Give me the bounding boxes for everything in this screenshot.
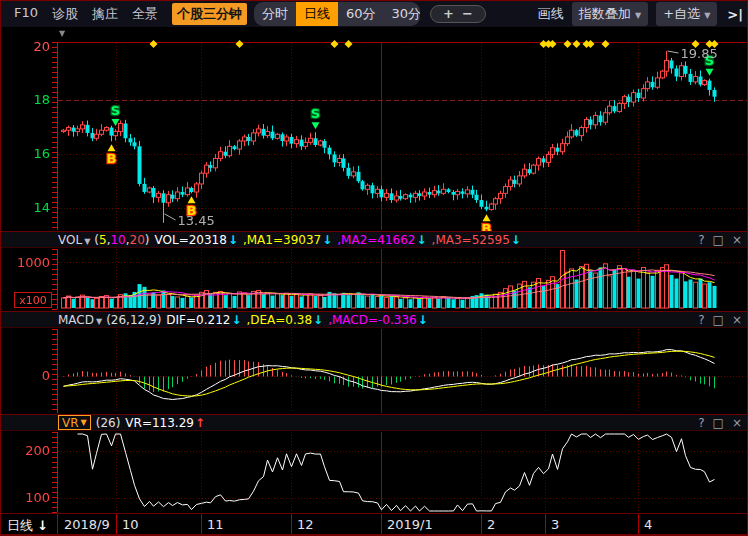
indicator-selector[interactable]: VOL▼ (58, 233, 94, 247)
arrow-down-icon: ↓ (231, 313, 241, 327)
close-icon[interactable]: × (732, 313, 742, 328)
help-icon[interactable]: ? (698, 313, 704, 328)
axis-date-label: 11 (207, 517, 224, 532)
period-tab[interactable]: 60分 (338, 2, 384, 26)
index-overlay-label: 指数叠加 (579, 6, 631, 21)
help-icon[interactable]: ? (698, 233, 704, 248)
add-watchlist-dropdown[interactable]: +自选 ▼ (656, 2, 717, 26)
toolbar-menu-item[interactable]: 诊股 (52, 5, 78, 23)
close-icon[interactable]: × (732, 233, 742, 248)
close-icon[interactable]: × (732, 416, 742, 431)
period-selector[interactable]: 日线 ↓ (7, 517, 48, 535)
indicator-value: ,MA3=52595 (432, 233, 510, 247)
indicator-value: DIF=0.212 (166, 313, 230, 327)
vr-pane-header: VR▼(26)VR=113.29↑?□× (1, 414, 748, 431)
param-part: 5 (99, 233, 107, 247)
indicator-value: ,MACD=-0.336 (328, 313, 417, 327)
arrow-down-icon: ↓ (418, 313, 428, 327)
indicator-dropdown-icon[interactable]: ▼ (59, 29, 65, 38)
stock-chart-canvas[interactable] (1, 1, 748, 536)
chevron-down-icon: ▼ (635, 11, 641, 20)
vol-pane-header: VOL▼(5,10,20)VOL=20318↓,MA1=39037↓,MA2=4… (1, 231, 748, 248)
period-label: 日线 (7, 518, 33, 533)
axis-date-label: 2019/1 (387, 517, 433, 532)
period-tabs: 分时日线60分30分周线 ▼ (254, 2, 420, 26)
indicator-params: (26) (96, 416, 121, 430)
chevron-down-icon: ▼ (96, 317, 102, 326)
indicator-value: ,MA2=41662 (337, 233, 415, 247)
arrow-down-icon: ↓ (313, 313, 323, 327)
maximize-icon[interactable]: □ (713, 233, 724, 248)
help-icon[interactable]: ? (698, 416, 704, 431)
param-part: 20 (130, 233, 145, 247)
chevron-down-icon: ▼ (81, 418, 87, 427)
axis-date-label: 2018/9 (64, 517, 110, 532)
arrow-down-icon: ↓ (322, 233, 332, 247)
zoom-in-button[interactable]: + (443, 7, 454, 21)
indicator-value: ,DEA=0.38 (246, 313, 312, 327)
top-toolbar: F10诊股擒庄全景 个股三分钟 分时日线60分30分周线 ▼ + − 画线 指数… (1, 1, 748, 27)
axis-separator (201, 514, 202, 534)
indicator-value: VOL=20318 (155, 233, 227, 247)
axis-date-label: 4 (644, 517, 652, 532)
indicator-value: VR=113.29 (125, 416, 194, 430)
period-tab[interactable]: 分时 (254, 2, 296, 26)
axis-date-label: 3 (551, 517, 559, 532)
add-watchlist-label: +自选 (663, 6, 700, 21)
axis-separator (116, 514, 117, 534)
indicator-params: (5,10,20) (94, 233, 149, 247)
toolbar-menu: F10诊股擒庄全景 (7, 5, 165, 23)
indicator-selector[interactable]: MACD▼ (58, 313, 106, 327)
toolbar-menu-item[interactable]: F10 (14, 5, 38, 23)
arrow-down-icon: ↓ (37, 518, 48, 533)
index-overlay-dropdown[interactable]: 指数叠加 ▼ (572, 2, 648, 26)
period-tab[interactable]: 日线 (296, 2, 338, 26)
indicator-params: (26,12,9) (106, 313, 161, 327)
zoom-pill: + − (430, 5, 486, 23)
bottom-axis-bar: 日线 ↓ 2018/91011122019/1234 (1, 513, 748, 536)
axis-date-label: 10 (122, 517, 139, 532)
stock-3min-button[interactable]: 个股三分钟 (172, 3, 247, 25)
arrow-down-icon: ↓ (511, 233, 521, 247)
axis-separator (545, 514, 546, 534)
indicator-selector-box[interactable]: VR▼ (58, 415, 91, 430)
axis-separator (57, 514, 58, 534)
param-part: 10 (110, 233, 125, 247)
arrow-down-icon: ↓ (228, 233, 238, 247)
chevron-down-icon: ▼ (704, 11, 710, 20)
arrow-down-icon: ↓ (417, 233, 427, 247)
axis-date-label: 12 (297, 517, 314, 532)
indicator-title[interactable]: VOL (58, 233, 82, 247)
macd-pane-header: MACD▼(26,12,9)DIF=0.212↓,DEA=0.38↓,MACD=… (1, 311, 748, 328)
toolbar-menu-item[interactable]: 全景 (132, 5, 158, 23)
param-part: ) (145, 233, 150, 247)
zoom-out-button[interactable]: − (462, 7, 473, 21)
toolbar-menu-item[interactable]: 擒庄 (92, 5, 118, 23)
indicator-title[interactable]: MACD (58, 313, 94, 327)
axis-separator (291, 514, 292, 534)
param-part: (26,12,9) (106, 313, 161, 327)
axis-separator (481, 514, 482, 534)
period-tab[interactable]: 30分 (384, 2, 420, 26)
axis-date-label: 2 (487, 517, 495, 532)
axis-separator (381, 514, 382, 534)
draw-line-button[interactable]: 画线 (538, 5, 564, 23)
collapse-panel-icon[interactable]: >| (727, 7, 743, 22)
stock-app-window: F10诊股擒庄全景 个股三分钟 分时日线60分30分周线 ▼ + − 画线 指数… (0, 0, 748, 536)
indicator-value: ,MA1=39037 (243, 233, 321, 247)
maximize-icon[interactable]: □ (713, 313, 724, 328)
axis-separator (638, 514, 639, 534)
arrow-up-icon: ↑ (195, 416, 205, 430)
param-part: (26) (96, 416, 121, 430)
indicator-title[interactable]: VR (62, 416, 79, 430)
chevron-down-icon: ▼ (84, 237, 90, 246)
maximize-icon[interactable]: □ (713, 416, 724, 431)
